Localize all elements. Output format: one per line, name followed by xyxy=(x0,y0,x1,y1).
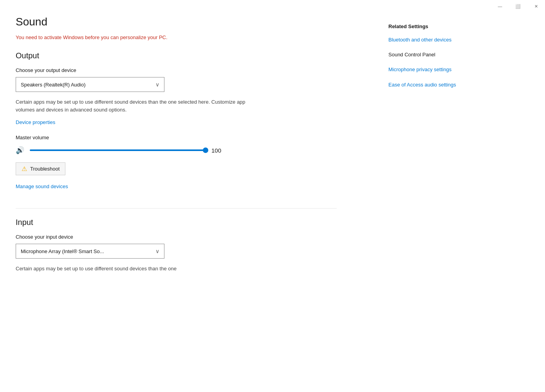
main-content: Sound You need to activate Windows befor… xyxy=(0,0,352,294)
manage-sound-devices-link[interactable]: Manage sound devices xyxy=(16,183,68,189)
maximize-button[interactable]: ⬜ xyxy=(509,0,527,13)
choose-output-device-label: Choose your output device xyxy=(16,67,337,73)
output-device-dropdown[interactable]: Speakers (Realtek(R) Audio) ∨ xyxy=(16,77,164,92)
warning-icon: ⚠ xyxy=(22,165,27,173)
related-settings-title: Related Settings xyxy=(388,23,514,29)
page-title: Sound xyxy=(16,16,337,28)
choose-input-device-label: Choose your input device xyxy=(16,234,337,240)
related-link-bluetooth[interactable]: Bluetooth and other devices xyxy=(388,36,514,43)
volume-value: 100 xyxy=(211,147,226,154)
slider-track xyxy=(30,149,206,151)
output-device-value: Speakers (Realtek(R) Audio) xyxy=(21,82,85,88)
close-button[interactable]: ✕ xyxy=(527,0,545,13)
output-description: Certain apps may be set up to use differ… xyxy=(16,98,258,113)
input-device-dropdown[interactable]: Microphone Array (Intel® Smart So... ∨ xyxy=(16,244,164,259)
input-dropdown-arrow: ∨ xyxy=(155,248,159,254)
related-link-ease-of-access[interactable]: Ease of Access audio settings xyxy=(388,81,514,88)
related-settings-panel: Related Settings Bluetooth and other dev… xyxy=(388,23,514,96)
minimize-button[interactable]: — xyxy=(491,0,509,13)
speaker-icon: 🔊 xyxy=(16,146,24,155)
input-device-value: Microphone Array (Intel® Smart So... xyxy=(21,248,104,254)
output-section-title: Output xyxy=(16,51,337,60)
troubleshoot-button[interactable]: ⚠ Troubleshoot xyxy=(16,162,65,175)
slider-thumb[interactable] xyxy=(203,147,208,153)
related-link-sound-control[interactable]: Sound Control Panel xyxy=(388,51,514,58)
section-divider xyxy=(16,208,337,209)
input-section-title: Input xyxy=(16,218,337,227)
output-dropdown-arrow: ∨ xyxy=(155,81,159,88)
related-link-microphone[interactable]: Microphone privacy settings xyxy=(388,66,514,73)
device-properties-link[interactable]: Device properties xyxy=(16,119,55,125)
input-description: Certain apps may be set up to use differ… xyxy=(16,265,258,273)
volume-slider[interactable] xyxy=(30,146,206,154)
troubleshoot-label: Troubleshoot xyxy=(30,166,60,172)
volume-row: 🔊 100 xyxy=(16,146,337,155)
master-volume-label: Master volume xyxy=(16,135,337,140)
title-bar: — ⬜ ✕ xyxy=(491,0,545,13)
activation-warning: You need to activate Windows before you … xyxy=(16,34,337,40)
